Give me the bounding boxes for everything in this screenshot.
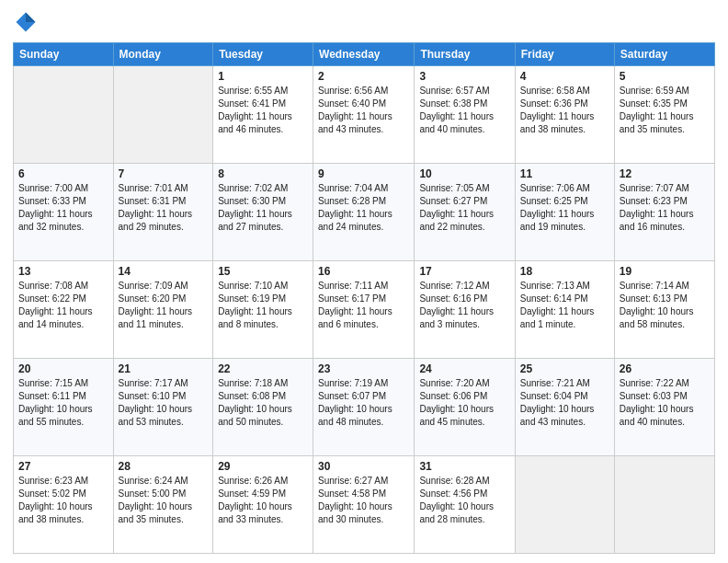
sunset-text: Sunset: 6:06 PM <box>419 390 509 403</box>
day-number: 25 <box>520 362 609 375</box>
sunset-text: Sunset: 6:19 PM <box>218 293 308 305</box>
calendar-cell: 10Sunrise: 7:05 AMSunset: 6:27 PMDayligh… <box>415 164 515 261</box>
sunset-text: Sunset: 6:20 PM <box>119 293 209 305</box>
sunrise-text: Sunrise: 7:07 AM <box>620 182 710 195</box>
sunrise-text: Sunrise: 6:27 AM <box>318 475 409 488</box>
daylight-text: Daylight: 10 hours and 48 minutes. <box>318 403 409 429</box>
sunset-text: Sunset: 6:08 PM <box>218 390 308 403</box>
day-info: Sunrise: 6:26 AMSunset: 4:59 PMDaylight:… <box>218 475 308 526</box>
day-info: Sunrise: 7:02 AMSunset: 6:30 PMDaylight:… <box>218 182 308 234</box>
day-number: 19 <box>620 265 710 278</box>
sunrise-text: Sunrise: 7:18 AM <box>218 377 308 390</box>
day-number: 7 <box>119 167 209 180</box>
daylight-text: Daylight: 11 hours and 38 minutes. <box>520 110 609 136</box>
daylight-text: Daylight: 11 hours and 14 minutes. <box>18 305 108 331</box>
calendar-cell: 11Sunrise: 7:06 AMSunset: 6:25 PMDayligh… <box>515 164 614 261</box>
sunrise-text: Sunrise: 7:00 AM <box>18 182 108 195</box>
weekday-header-monday: Monday <box>113 43 213 66</box>
day-number: 1 <box>218 70 308 83</box>
day-info: Sunrise: 6:56 AMSunset: 6:40 PMDaylight:… <box>318 85 409 136</box>
calendar-cell: 24Sunrise: 7:20 AMSunset: 6:06 PMDayligh… <box>415 359 515 456</box>
day-number: 6 <box>18 167 108 180</box>
day-info: Sunrise: 7:11 AMSunset: 6:17 PMDaylight:… <box>318 280 409 331</box>
calendar-cell: 1Sunrise: 6:55 AMSunset: 6:41 PMDaylight… <box>213 66 313 164</box>
day-info: Sunrise: 7:14 AMSunset: 6:13 PMDaylight:… <box>620 280 710 331</box>
day-info: Sunrise: 7:07 AMSunset: 6:23 PMDaylight:… <box>620 182 710 234</box>
sunrise-text: Sunrise: 7:01 AM <box>119 182 209 195</box>
daylight-text: Daylight: 11 hours and 8 minutes. <box>218 305 308 331</box>
sunrise-text: Sunrise: 7:20 AM <box>419 377 509 390</box>
sunrise-text: Sunrise: 7:21 AM <box>520 377 609 390</box>
calendar-cell: 15Sunrise: 7:10 AMSunset: 6:19 PMDayligh… <box>213 261 313 359</box>
calendar-cell <box>14 66 114 164</box>
day-info: Sunrise: 7:00 AMSunset: 6:33 PMDaylight:… <box>18 182 108 234</box>
day-number: 27 <box>18 460 108 473</box>
day-info: Sunrise: 6:23 AMSunset: 5:02 PMDaylight:… <box>18 475 108 526</box>
calendar-cell: 25Sunrise: 7:21 AMSunset: 6:04 PMDayligh… <box>515 359 614 456</box>
calendar-cell: 7Sunrise: 7:01 AMSunset: 6:31 PMDaylight… <box>113 164 213 261</box>
weekday-header-wednesday: Wednesday <box>313 43 415 66</box>
calendar-cell: 13Sunrise: 7:08 AMSunset: 6:22 PMDayligh… <box>14 261 114 359</box>
day-info: Sunrise: 7:22 AMSunset: 6:03 PMDaylight:… <box>620 377 710 429</box>
sunset-text: Sunset: 6:27 PM <box>419 195 509 208</box>
day-info: Sunrise: 7:18 AMSunset: 6:08 PMDaylight:… <box>218 377 308 429</box>
sunrise-text: Sunrise: 6:55 AM <box>218 85 308 98</box>
daylight-text: Daylight: 10 hours and 28 minutes. <box>419 500 509 526</box>
daylight-text: Daylight: 11 hours and 27 minutes. <box>218 208 308 234</box>
sunrise-text: Sunrise: 6:56 AM <box>318 85 409 98</box>
day-info: Sunrise: 7:12 AMSunset: 6:16 PMDaylight:… <box>419 280 509 331</box>
calendar-cell: 22Sunrise: 7:18 AMSunset: 6:08 PMDayligh… <box>213 359 313 456</box>
calendar-cell: 9Sunrise: 7:04 AMSunset: 6:28 PMDaylight… <box>313 164 415 261</box>
sunset-text: Sunset: 4:59 PM <box>218 488 308 500</box>
calendar-cell: 30Sunrise: 6:27 AMSunset: 4:58 PMDayligh… <box>313 456 415 554</box>
day-number: 16 <box>318 265 409 278</box>
day-info: Sunrise: 7:15 AMSunset: 6:11 PMDaylight:… <box>18 377 108 429</box>
sunrise-text: Sunrise: 7:19 AM <box>318 377 409 390</box>
sunrise-text: Sunrise: 6:26 AM <box>218 475 308 488</box>
sunset-text: Sunset: 5:02 PM <box>18 488 108 500</box>
daylight-text: Daylight: 10 hours and 33 minutes. <box>218 500 308 526</box>
weekday-header-tuesday: Tuesday <box>213 43 313 66</box>
svg-marker-1 <box>26 13 36 23</box>
day-number: 31 <box>419 460 509 473</box>
calendar-cell: 2Sunrise: 6:56 AMSunset: 6:40 PMDaylight… <box>313 66 415 164</box>
day-number: 17 <box>419 265 509 278</box>
logo <box>13 9 40 35</box>
sunrise-text: Sunrise: 6:23 AM <box>18 475 108 488</box>
calendar-cell: 26Sunrise: 7:22 AMSunset: 6:03 PMDayligh… <box>614 359 714 456</box>
calendar-cell: 16Sunrise: 7:11 AMSunset: 6:17 PMDayligh… <box>313 261 415 359</box>
daylight-text: Daylight: 11 hours and 46 minutes. <box>218 110 308 136</box>
sunset-text: Sunset: 6:22 PM <box>18 293 108 305</box>
weekday-header-sunday: Sunday <box>14 43 114 66</box>
sunrise-text: Sunrise: 6:28 AM <box>419 475 509 488</box>
calendar-cell: 23Sunrise: 7:19 AMSunset: 6:07 PMDayligh… <box>313 359 415 456</box>
day-number: 22 <box>218 362 308 375</box>
calendar-cell: 5Sunrise: 6:59 AMSunset: 6:35 PMDaylight… <box>614 66 714 164</box>
day-info: Sunrise: 7:05 AMSunset: 6:27 PMDaylight:… <box>419 182 509 234</box>
daylight-text: Daylight: 11 hours and 3 minutes. <box>419 305 509 331</box>
sunrise-text: Sunrise: 7:05 AM <box>419 182 509 195</box>
day-info: Sunrise: 7:17 AMSunset: 6:10 PMDaylight:… <box>119 377 209 429</box>
calendar-cell: 3Sunrise: 6:57 AMSunset: 6:38 PMDaylight… <box>415 66 515 164</box>
logo-icon <box>13 9 39 35</box>
day-number: 4 <box>520 70 609 83</box>
week-row-2: 6Sunrise: 7:00 AMSunset: 6:33 PMDaylight… <box>14 164 715 261</box>
day-info: Sunrise: 7:10 AMSunset: 6:19 PMDaylight:… <box>218 280 308 331</box>
sunrise-text: Sunrise: 7:17 AM <box>119 377 209 390</box>
daylight-text: Daylight: 10 hours and 58 minutes. <box>620 305 710 331</box>
day-info: Sunrise: 7:21 AMSunset: 6:04 PMDaylight:… <box>520 377 609 429</box>
day-info: Sunrise: 6:24 AMSunset: 5:00 PMDaylight:… <box>119 475 209 526</box>
sunset-text: Sunset: 6:03 PM <box>620 390 710 403</box>
daylight-text: Daylight: 11 hours and 19 minutes. <box>520 208 609 234</box>
calendar-cell: 12Sunrise: 7:07 AMSunset: 6:23 PMDayligh… <box>614 164 714 261</box>
calendar-cell: 21Sunrise: 7:17 AMSunset: 6:10 PMDayligh… <box>113 359 213 456</box>
week-row-4: 20Sunrise: 7:15 AMSunset: 6:11 PMDayligh… <box>14 359 715 456</box>
sunset-text: Sunset: 6:14 PM <box>520 293 609 305</box>
day-number: 3 <box>419 70 509 83</box>
sunset-text: Sunset: 4:56 PM <box>419 488 509 500</box>
sunrise-text: Sunrise: 7:09 AM <box>119 280 209 293</box>
daylight-text: Daylight: 11 hours and 43 minutes. <box>318 110 409 136</box>
day-number: 28 <box>119 460 209 473</box>
sunrise-text: Sunrise: 7:06 AM <box>520 182 609 195</box>
calendar-cell: 29Sunrise: 6:26 AMSunset: 4:59 PMDayligh… <box>213 456 313 554</box>
